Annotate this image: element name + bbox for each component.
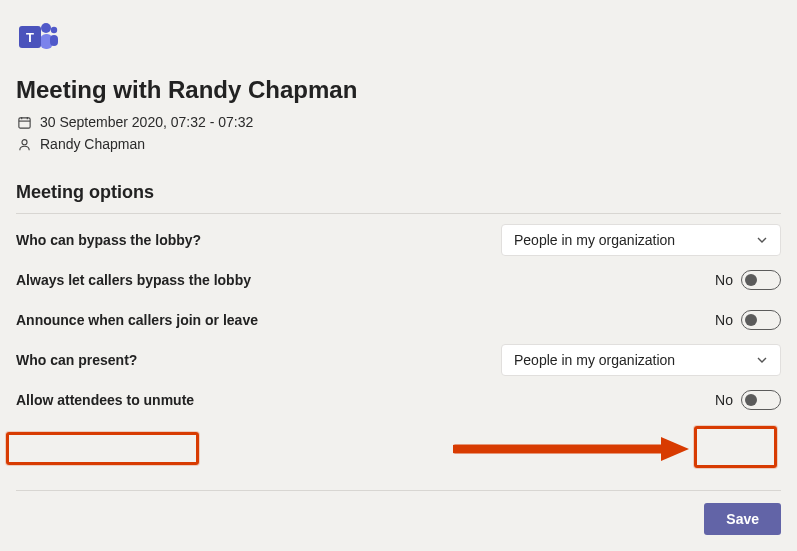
- option-row-present: Who can present? People in my organizati…: [16, 340, 781, 380]
- svg-rect-3: [50, 35, 58, 46]
- meeting-title: Meeting with Randy Chapman: [16, 76, 781, 104]
- option-row-announce: Announce when callers join or leave No: [16, 300, 781, 340]
- divider: [16, 213, 781, 214]
- meeting-datetime: 30 September 2020, 07:32 - 07:32: [40, 114, 253, 130]
- select-present-value: People in my organization: [514, 352, 675, 368]
- annotation-arrow-icon: [453, 435, 691, 463]
- toggle-announce[interactable]: [741, 310, 781, 330]
- svg-point-0: [41, 23, 51, 33]
- label-bypass-lobby: Who can bypass the lobby?: [16, 232, 201, 248]
- calendar-icon: [16, 114, 32, 130]
- annotation-highlight-left: [6, 432, 199, 465]
- toggle-text-announce: No: [715, 312, 733, 328]
- svg-text:T: T: [26, 30, 34, 45]
- option-row-callers-bypass: Always let callers bypass the lobby No: [16, 260, 781, 300]
- label-callers-bypass: Always let callers bypass the lobby: [16, 272, 251, 288]
- toggle-text-callers-bypass: No: [715, 272, 733, 288]
- svg-marker-12: [661, 437, 689, 461]
- section-title-options: Meeting options: [16, 182, 781, 203]
- svg-rect-6: [18, 117, 29, 127]
- label-announce: Announce when callers join or leave: [16, 312, 258, 328]
- teams-logo-icon: T: [16, 18, 781, 62]
- svg-point-10: [21, 139, 26, 144]
- svg-point-1: [51, 27, 57, 33]
- meeting-organizer: Randy Chapman: [40, 136, 145, 152]
- save-button[interactable]: Save: [704, 503, 781, 535]
- label-present: Who can present?: [16, 352, 137, 368]
- toggle-text-unmute: No: [715, 392, 733, 408]
- label-unmute: Allow attendees to unmute: [16, 392, 194, 408]
- option-row-bypass-lobby: Who can bypass the lobby? People in my o…: [16, 220, 781, 260]
- select-bypass-lobby-value: People in my organization: [514, 232, 675, 248]
- annotation-highlight-right: [694, 426, 777, 468]
- chevron-down-icon: [756, 234, 768, 246]
- option-row-unmute: Allow attendees to unmute No: [16, 380, 781, 420]
- divider: [16, 490, 781, 491]
- select-bypass-lobby[interactable]: People in my organization: [501, 224, 781, 256]
- person-icon: [16, 136, 32, 152]
- select-present[interactable]: People in my organization: [501, 344, 781, 376]
- chevron-down-icon: [756, 354, 768, 366]
- toggle-unmute[interactable]: [741, 390, 781, 410]
- toggle-callers-bypass[interactable]: [741, 270, 781, 290]
